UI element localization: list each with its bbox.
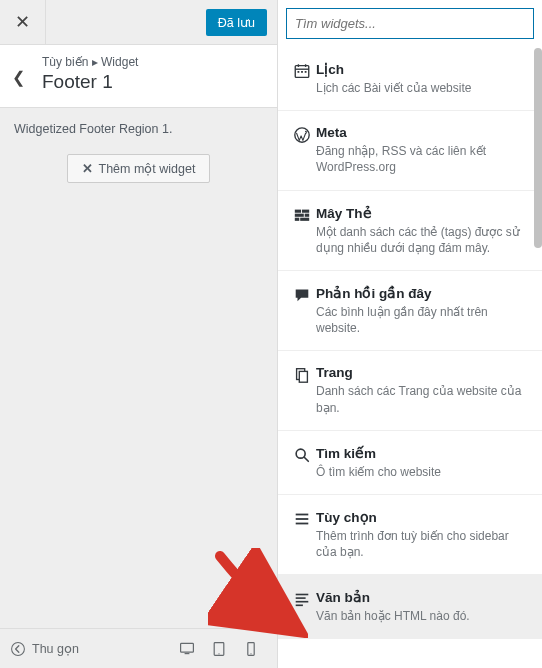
widget-title: Tìm kiếm: [316, 445, 526, 461]
widget-desc: Lịch các Bài viết của website: [316, 80, 526, 96]
widget-text: MetaĐăng nhập, RSS và các liên kết WordP…: [316, 125, 532, 175]
svg-point-0: [12, 642, 25, 655]
widget-text: Văn bảnVăn bản hoặc HTML nào đó.: [316, 589, 532, 624]
widget-title: Trang: [316, 365, 526, 380]
section-header: ❮ Tùy biến ▸ Widget Footer 1: [0, 45, 277, 108]
menu-icon: [288, 509, 316, 560]
widget-text: Phản hồi gần đâyCác bình luận gần đây nh…: [316, 285, 532, 336]
widget-item[interactable]: Tìm kiếmÔ tìm kiếm cho website: [278, 431, 542, 495]
tablet-icon[interactable]: [211, 641, 227, 657]
widget-text: TrangDanh sách các Trang của website của…: [316, 365, 532, 415]
add-widget-button[interactable]: ✕ Thêm một widget: [67, 154, 211, 183]
widget-text: Tùy chọnThêm trình đơn tuỳ biến cho side…: [316, 509, 532, 560]
bricks-icon: [288, 205, 316, 256]
widget-desc: Danh sách các Trang của website của bạn.: [316, 383, 526, 415]
close-button[interactable]: ✕: [0, 0, 46, 44]
footer-bar: Thu gọn: [0, 628, 277, 668]
chevron-left-circle-icon: [10, 641, 26, 657]
widget-title: Phản hồi gần đây: [316, 285, 526, 301]
widget-item[interactable]: TrangDanh sách các Trang của website của…: [278, 351, 542, 430]
collapse-label: Thu gọn: [32, 641, 79, 656]
app-root: ✕ Đã lưu ❮ Tùy biến ▸ Widget Footer 1 Wi…: [0, 0, 542, 668]
widget-title: Tùy chọn: [316, 509, 526, 525]
topbar: ✕ Đã lưu: [0, 0, 277, 45]
breadcrumb-sep: ▸: [92, 55, 98, 69]
widget-list[interactable]: LịchLịch các Bài viết của websiteMetaĐăn…: [278, 47, 542, 668]
saved-pill[interactable]: Đã lưu: [206, 9, 267, 36]
svg-rect-16: [302, 209, 309, 212]
svg-rect-20: [300, 217, 309, 220]
search-wrap: [278, 0, 542, 47]
svg-rect-18: [305, 213, 310, 216]
widget-desc: Đăng nhập, RSS và các liên kết WordPress…: [316, 143, 526, 175]
svg-rect-22: [299, 372, 307, 383]
widget-item[interactable]: Văn bảnVăn bản hoặc HTML nào đó.: [278, 575, 542, 639]
add-widget-label: Thêm một widget: [99, 161, 196, 176]
svg-rect-12: [301, 71, 303, 73]
collapse-button[interactable]: Thu gọn: [10, 641, 79, 657]
svg-rect-11: [298, 71, 300, 73]
widget-desc: Ô tìm kiếm cho website: [316, 464, 526, 480]
svg-rect-2: [185, 653, 190, 654]
search-icon: [288, 445, 316, 480]
add-widget-row: ✕ Thêm một widget: [0, 136, 277, 183]
device-preview-group: [179, 641, 259, 657]
widget-desc: Một danh sách các thẻ (tags) được sử dụn…: [316, 224, 526, 256]
svg-point-6: [250, 653, 251, 654]
scrollbar-thumb[interactable]: [534, 48, 542, 248]
mobile-icon[interactable]: [243, 641, 259, 657]
back-button[interactable]: ❮: [12, 62, 36, 87]
widget-desc: Các bình luận gần đây nhất trên website.: [316, 304, 526, 336]
widget-item[interactable]: MetaĐăng nhập, RSS và các liên kết WordP…: [278, 111, 542, 190]
section-titles: Tùy biến ▸ Widget Footer 1: [36, 55, 265, 93]
customizer-panel: ✕ Đã lưu ❮ Tùy biến ▸ Widget Footer 1 Wi…: [0, 0, 277, 668]
close-icon: ✕: [15, 11, 30, 33]
widget-text: Tìm kiếmÔ tìm kiếm cho website: [316, 445, 532, 480]
widget-text: Mây ThẻMột danh sách các thẻ (tags) được…: [316, 205, 532, 256]
widget-text: LịchLịch các Bài viết của website: [316, 61, 532, 96]
svg-line-24: [304, 457, 308, 461]
widget-title: Văn bản: [316, 589, 526, 605]
breadcrumb-leaf: Widget: [101, 55, 138, 69]
chat-icon: [288, 285, 316, 336]
widget-item[interactable]: Phản hồi gần đâyCác bình luận gần đây nh…: [278, 271, 542, 351]
close-icon: ✕: [82, 161, 93, 176]
widget-title: Meta: [316, 125, 526, 140]
region-description: Widgetized Footer Region 1.: [0, 108, 277, 136]
widget-item[interactable]: LịchLịch các Bài viết của website: [278, 47, 542, 111]
widget-desc: Thêm trình đơn tuỳ biến cho sidebar của …: [316, 528, 526, 560]
breadcrumb: Tùy biến ▸ Widget: [42, 55, 265, 69]
page-title: Footer 1: [42, 71, 265, 93]
widget-item[interactable]: Mây ThẻMột danh sách các thẻ (tags) được…: [278, 191, 542, 271]
save-status-area: Đã lưu: [46, 0, 277, 44]
svg-point-4: [218, 653, 219, 654]
wordpress-icon: [288, 125, 316, 175]
breadcrumb-root: Tùy biến: [42, 55, 88, 69]
svg-rect-19: [295, 217, 300, 220]
svg-rect-1: [181, 643, 194, 652]
text-icon: [288, 589, 316, 624]
chevron-left-icon: ❮: [12, 69, 25, 86]
search-input[interactable]: [286, 8, 534, 39]
svg-rect-13: [305, 71, 307, 73]
calendar-icon: [288, 61, 316, 96]
widget-item[interactable]: Tùy chọnThêm trình đơn tuỳ biến cho side…: [278, 495, 542, 575]
desktop-icon[interactable]: [179, 641, 195, 657]
svg-rect-15: [295, 209, 301, 212]
widget-desc: Văn bản hoặc HTML nào đó.: [316, 608, 526, 624]
widget-title: Mây Thẻ: [316, 205, 526, 221]
pages-icon: [288, 365, 316, 415]
svg-rect-17: [295, 213, 304, 216]
widget-picker-panel: LịchLịch các Bài viết của websiteMetaĐăn…: [277, 0, 542, 668]
widget-title: Lịch: [316, 61, 526, 77]
